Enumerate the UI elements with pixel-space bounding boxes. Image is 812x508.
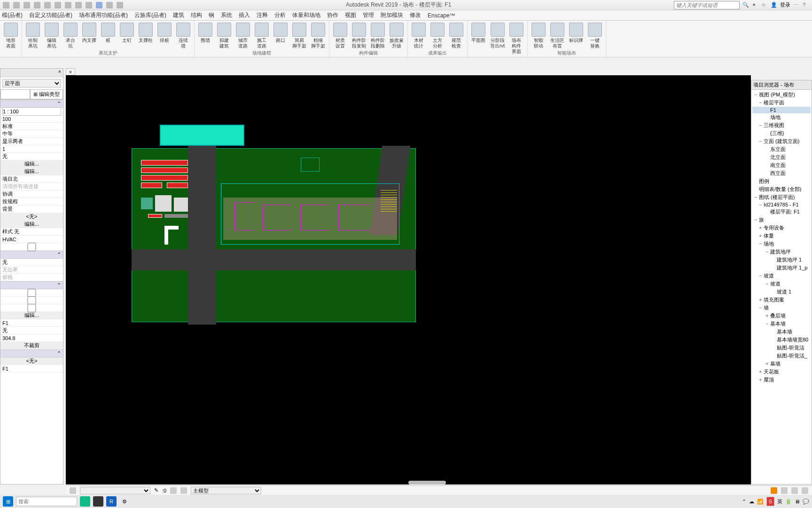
tree-node[interactable]: +天花板 xyxy=(752,368,811,376)
tree-node[interactable]: −立面 (建筑立面) xyxy=(752,137,811,145)
status-icon[interactable] xyxy=(771,487,777,494)
tree-node[interactable]: −基本墙 xyxy=(752,320,811,328)
tree-node[interactable]: 贴图-听觉活_ xyxy=(752,352,811,360)
tree-node[interactable]: 基本墙墙宽80 xyxy=(752,336,811,344)
tab[interactable]: 模(品者) xyxy=(2,11,23,19)
tab[interactable]: 插入 xyxy=(239,11,250,19)
building-element[interactable] xyxy=(141,175,188,181)
tree-node[interactable]: 建筑地坪 1 xyxy=(752,256,811,264)
tree-node[interactable]: −墙 xyxy=(752,304,811,312)
road-element[interactable] xyxy=(188,146,216,325)
edit-button[interactable]: 编辑... xyxy=(0,168,63,175)
tab[interactable]: 修改 xyxy=(410,11,421,19)
building-element[interactable] xyxy=(141,167,188,173)
tree-node[interactable]: −建筑地坪 xyxy=(752,248,811,256)
tab[interactable]: 场布通用功能(品者) xyxy=(79,11,128,19)
tray-icon[interactable]: 💬 xyxy=(803,499,809,505)
ribbon-button[interactable]: 土方 分析 xyxy=(429,22,446,50)
status-icon[interactable] xyxy=(781,487,788,494)
text-icon[interactable] xyxy=(75,2,82,8)
help-icon[interactable]: ? xyxy=(803,2,809,8)
prop-row[interactable] xyxy=(0,108,63,115)
section-icon[interactable] xyxy=(96,2,102,8)
print-icon[interactable] xyxy=(55,2,61,8)
edge-icon[interactable] xyxy=(80,496,90,507)
ribbon-button[interactable]: 承台 坑 xyxy=(62,22,79,50)
tree-node[interactable]: 建筑地坪 1_p xyxy=(752,264,811,272)
ribbon-button[interactable]: 编辑 基坑 xyxy=(43,22,61,50)
drawing-element[interactable] xyxy=(160,125,244,146)
expand-icon[interactable]: + xyxy=(759,297,764,302)
building-element[interactable] xyxy=(141,160,188,166)
workset-select[interactable] xyxy=(80,487,150,494)
ribbon-button[interactable]: 排桩 xyxy=(156,22,173,50)
ribbon-button[interactable]: 连续 墙 xyxy=(174,22,192,50)
tab[interactable]: 结构 xyxy=(191,11,202,19)
expand-icon[interactable]: − xyxy=(765,281,770,286)
tree-node[interactable]: −楼层平面 xyxy=(752,99,811,107)
nocrop-button[interactable]: 不裁剪 xyxy=(0,342,63,349)
checkbox[interactable] xyxy=(2,243,61,251)
ribbon-button[interactable]: 内支撑 xyxy=(80,22,98,50)
building-element[interactable] xyxy=(167,183,188,188)
drawing-element[interactable] xyxy=(301,158,320,172)
redo-icon[interactable] xyxy=(44,2,51,8)
parking-element[interactable] xyxy=(381,188,397,221)
expand-icon[interactable]: + xyxy=(759,369,764,374)
tree-node[interactable]: +幕墙 xyxy=(752,360,811,368)
expand-icon[interactable]: + xyxy=(759,233,764,238)
tree-node[interactable]: {三维} xyxy=(752,129,811,137)
tree-node[interactable]: −视图 (PM_模型) xyxy=(752,91,811,99)
tree-node[interactable]: 场地 xyxy=(752,113,811,121)
ribbon-button[interactable]: 一键 替换 xyxy=(586,22,604,50)
expand-icon[interactable]: − xyxy=(759,202,764,207)
section-header[interactable]: ⌃ xyxy=(0,251,63,259)
measure-icon[interactable] xyxy=(65,2,71,8)
tab[interactable]: 视图 xyxy=(345,11,356,19)
tree-node[interactable]: −场地 xyxy=(752,240,811,248)
tab[interactable]: 协作 xyxy=(327,11,338,19)
ribbon-button[interactable]: 平面图 xyxy=(469,22,487,56)
tree-node[interactable]: 南立面 xyxy=(752,161,811,169)
ribbon-button[interactable]: 支撑柱 xyxy=(137,22,155,50)
building-element[interactable] xyxy=(155,195,172,212)
expand-icon[interactable]: − xyxy=(759,138,764,144)
tree-node[interactable]: 图例 xyxy=(752,177,811,185)
settings-icon[interactable]: ⚙ xyxy=(119,496,130,507)
plan-element[interactable] xyxy=(301,205,329,230)
tree-node[interactable]: −坡道 xyxy=(752,272,811,280)
tab[interactable]: 系统 xyxy=(221,11,232,19)
filter-icon[interactable] xyxy=(802,487,808,494)
thin-lines-icon[interactable] xyxy=(106,2,113,8)
ribbon-button[interactable]: 标识牌 xyxy=(567,22,585,50)
tray-icon[interactable]: 📶 xyxy=(757,499,764,505)
edit-button[interactable]: 编辑... xyxy=(0,312,63,319)
expand-icon[interactable]: − xyxy=(759,122,764,128)
section-header[interactable]: ⌃ xyxy=(0,100,63,108)
edit-type-button[interactable]: ⊞编辑类型 xyxy=(30,89,63,99)
expand-icon[interactable]: + xyxy=(759,225,764,230)
checkbox[interactable] xyxy=(2,304,61,312)
building-element[interactable] xyxy=(174,198,188,212)
status-icon[interactable] xyxy=(70,487,76,494)
expand-icon[interactable]: + xyxy=(765,313,770,318)
tray-icon[interactable]: 🖥 xyxy=(795,499,800,504)
ribbon-button[interactable]: 木材 统计 xyxy=(410,22,428,50)
taskbar-search[interactable] xyxy=(16,497,77,506)
tab[interactable]: 建筑 xyxy=(173,11,184,19)
tree-node[interactable]: 楼层平面: F1 xyxy=(752,208,811,216)
scale-input[interactable] xyxy=(2,107,61,116)
edit-button[interactable]: 编辑... xyxy=(0,221,63,228)
ribbon-button[interactable]: 场布 构件 界面 xyxy=(508,22,525,56)
tab[interactable]: 管理 xyxy=(363,11,374,19)
3d-icon[interactable] xyxy=(86,2,92,8)
prop-row[interactable] xyxy=(0,304,63,312)
ribbon-button[interactable]: 地形 表面 xyxy=(2,22,20,50)
expand-icon[interactable]: + xyxy=(759,377,764,382)
app-menu-icon[interactable] xyxy=(3,2,9,8)
ribbon-button[interactable]: 简易 脚手架 xyxy=(290,22,308,50)
search-input[interactable] xyxy=(674,1,740,9)
tray-icon[interactable]: 🔋 xyxy=(785,499,792,505)
close-hidden-icon[interactable] xyxy=(117,2,123,8)
tray-icon[interactable]: ⌃ xyxy=(742,499,746,505)
